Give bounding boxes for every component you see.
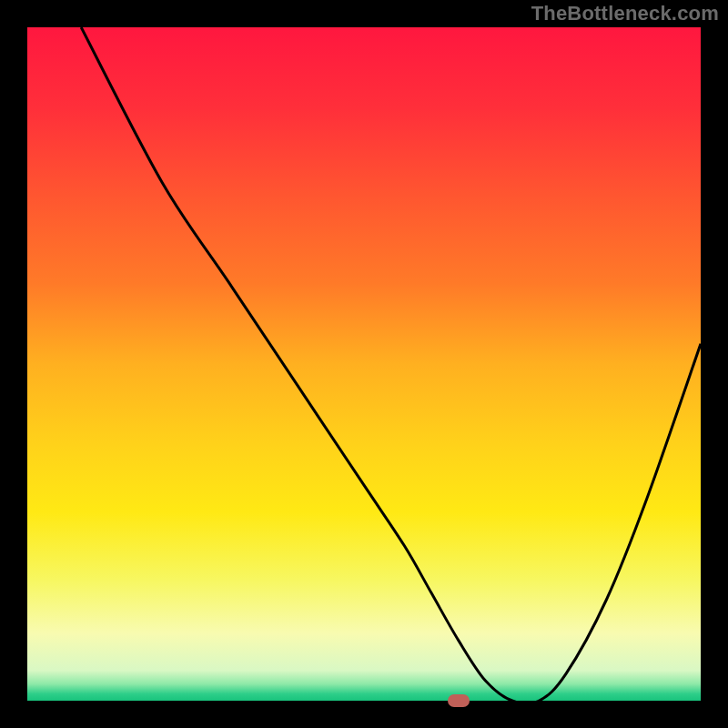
- chart-frame: TheBottleneck.com: [0, 0, 728, 728]
- optimal-point-marker: [448, 694, 470, 707]
- plot-area: [27, 27, 701, 701]
- plot-svg: [27, 27, 701, 701]
- watermark-text: TheBottleneck.com: [531, 2, 719, 25]
- gradient-background: [27, 27, 701, 701]
